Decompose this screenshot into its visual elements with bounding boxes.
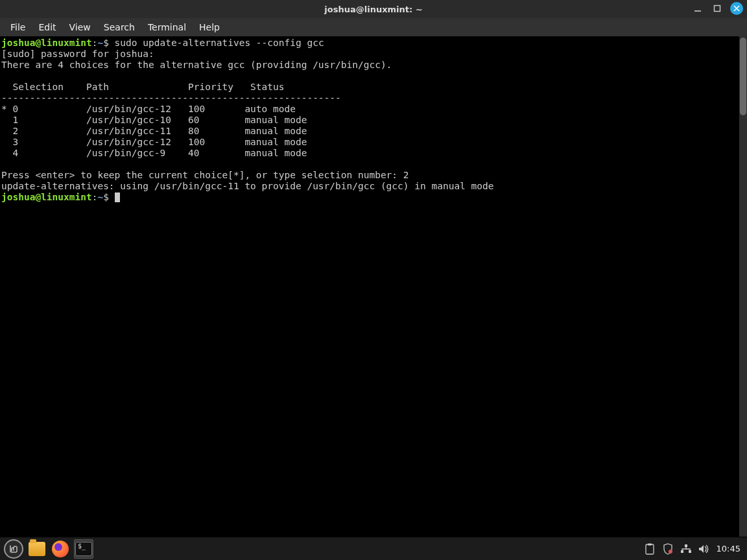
table-row: * 0 /usr/bin/gcc-12 100 auto mode xyxy=(1,104,296,114)
menu-launcher[interactable] xyxy=(4,539,23,559)
prompt-dollar: $ xyxy=(103,192,109,202)
terminal-scrollbar[interactable] xyxy=(739,36,747,537)
window-titlebar: joshua@linuxmint: ~ xyxy=(0,0,747,18)
tray-updates[interactable] xyxy=(643,542,657,556)
prompt-dollar: $ xyxy=(103,38,109,48)
svg-point-6 xyxy=(669,550,672,554)
table-row: 1 /usr/bin/gcc-10 60 manual mode xyxy=(1,115,307,125)
shield-icon xyxy=(663,543,673,555)
menu-view[interactable]: View xyxy=(64,21,96,34)
terminal-output[interactable]: joshua@linuxmint:~$ sudo update-alternat… xyxy=(0,36,739,537)
output-line: There are 4 choices for the alternative … xyxy=(1,60,392,70)
prompt-path: ~ xyxy=(97,38,103,48)
window-controls xyxy=(691,2,743,15)
table-row: 2 /usr/bin/gcc-11 80 manual mode xyxy=(1,126,307,136)
volume-icon xyxy=(698,544,710,554)
tray-security[interactable] xyxy=(661,542,675,556)
menu-terminal[interactable]: Terminal xyxy=(143,21,191,34)
maximize-button[interactable] xyxy=(711,2,724,15)
menu-help[interactable]: Help xyxy=(194,21,225,34)
terminal-launcher[interactable] xyxy=(74,539,93,559)
mint-logo-icon xyxy=(4,539,23,559)
firefox-launcher[interactable] xyxy=(51,539,70,559)
prompt-user-host: joshua@linuxmint xyxy=(1,192,92,202)
table-row: 3 /usr/bin/gcc-12 100 manual mode xyxy=(1,137,307,147)
minimize-button[interactable] xyxy=(691,2,704,15)
menu-file[interactable]: File xyxy=(5,21,30,34)
output-line: ----------------------------------------… xyxy=(1,93,341,103)
clipboard-icon xyxy=(645,543,655,555)
svg-rect-9 xyxy=(689,550,691,553)
output-line: Press <enter> to keep the current choice… xyxy=(1,170,409,180)
tray-volume[interactable] xyxy=(697,542,711,556)
menu-edit[interactable]: Edit xyxy=(33,21,61,34)
tray-network[interactable] xyxy=(679,542,693,556)
scrollbar-thumb[interactable] xyxy=(740,38,746,115)
command-text: sudo update-alternatives --config gcc xyxy=(109,38,324,48)
terminal-container: joshua@linuxmint:~$ sudo update-alternat… xyxy=(0,36,747,537)
terminal-icon xyxy=(75,542,92,556)
prompt-user-host: joshua@linuxmint xyxy=(1,38,92,48)
output-line: update-alternatives: using /usr/bin/gcc-… xyxy=(1,181,494,191)
svg-rect-1 xyxy=(715,6,720,12)
cursor-icon xyxy=(115,192,120,202)
files-launcher[interactable] xyxy=(27,539,47,559)
taskbar-left xyxy=(4,539,93,559)
network-icon xyxy=(680,544,692,554)
firefox-icon xyxy=(52,541,69,557)
svg-rect-7 xyxy=(685,544,687,547)
folder-icon xyxy=(29,542,45,556)
close-icon xyxy=(733,5,740,12)
taskbar: 10:45 xyxy=(0,537,747,560)
table-row: 4 /usr/bin/gcc-9 40 manual mode xyxy=(1,148,307,158)
menubar: File Edit View Search Terminal Help xyxy=(0,18,747,36)
output-line: Selection Path Priority Status xyxy=(1,82,285,92)
window-title: joshua@linuxmint: ~ xyxy=(324,5,422,14)
taskbar-clock[interactable]: 10:45 xyxy=(717,544,741,554)
close-button[interactable] xyxy=(730,2,743,15)
prompt-path: ~ xyxy=(97,192,103,202)
svg-rect-5 xyxy=(648,543,652,545)
svg-rect-8 xyxy=(681,550,683,553)
svg-rect-4 xyxy=(646,544,654,554)
maximize-icon xyxy=(713,5,721,12)
menu-search[interactable]: Search xyxy=(99,21,140,34)
minimize-icon xyxy=(694,5,702,12)
output-line: [sudo] password for joshua: xyxy=(1,49,160,59)
taskbar-right: 10:45 xyxy=(643,542,743,556)
